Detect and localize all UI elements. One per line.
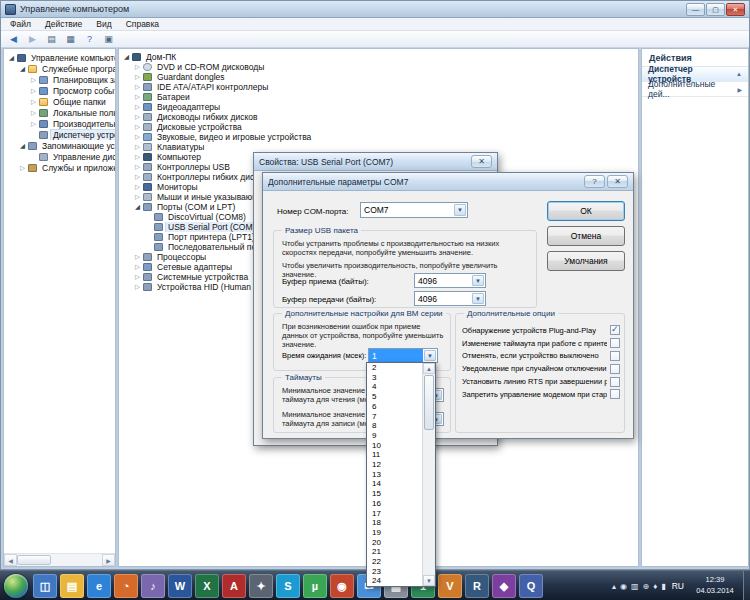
- device-tree-item[interactable]: Guardant dongles: [119, 72, 638, 82]
- taskbar-app-icon[interactable]: ◔: [114, 574, 138, 598]
- actions-more[interactable]: Дополнительные дей... ▶: [642, 82, 748, 97]
- device-tree-item[interactable]: Дом-ПК: [119, 52, 638, 62]
- twisty-icon[interactable]: [133, 173, 142, 181]
- tree-item[interactable]: Общие папки: [4, 96, 115, 107]
- taskbar-app-icon[interactable]: A: [222, 574, 246, 598]
- dropdown-option[interactable]: 17: [368, 509, 421, 519]
- tray-icon[interactable]: ♦: [653, 582, 657, 591]
- close-button[interactable]: ✕: [726, 3, 745, 16]
- tree-item[interactable]: Планировщик заданий: [4, 74, 115, 85]
- twisty-icon[interactable]: [133, 183, 142, 191]
- tree-item[interactable]: Локальные пользователи и группы: [4, 107, 115, 118]
- taskbar-app-icon[interactable]: X: [195, 574, 219, 598]
- latency-combobox[interactable]: 1 ▼: [368, 348, 438, 363]
- taskbar-app-icon[interactable]: ◆: [492, 574, 516, 598]
- twisty-icon[interactable]: [29, 87, 38, 95]
- tree-item[interactable]: Службы и приложения: [4, 162, 115, 173]
- option-row[interactable]: Установить линию RTS при завершении рабо…: [462, 375, 620, 388]
- taskbar-app-icon[interactable]: R: [465, 574, 489, 598]
- tray-icon[interactable]: ▥: [631, 582, 639, 591]
- close-icon[interactable]: ✕: [471, 155, 492, 168]
- dropdown-option[interactable]: 2: [368, 363, 421, 373]
- twisty-icon[interactable]: [29, 109, 38, 117]
- checkbox[interactable]: [610, 389, 620, 399]
- twisty-icon[interactable]: [133, 123, 142, 131]
- scroll-left-icon[interactable]: ◀: [4, 554, 17, 566]
- option-row[interactable]: Обнаружение устройств Plug-and-Play: [462, 324, 620, 337]
- twisty-icon[interactable]: [122, 53, 131, 61]
- tray-icon[interactable]: ⊕: [643, 582, 650, 591]
- maximize-button[interactable]: ▢: [706, 3, 725, 16]
- transmit-buffer-combobox[interactable]: 4096 ▼: [414, 291, 486, 306]
- twisty-icon[interactable]: [29, 98, 38, 106]
- device-tree-item[interactable]: IDE ATA/ATAPI контроллеры: [119, 82, 638, 92]
- menu-item[interactable]: Файл: [3, 18, 38, 30]
- show-tree-icon[interactable]: ▤: [43, 32, 60, 46]
- window-titlebar[interactable]: Управление компьютером — ▢ ✕: [1, 1, 749, 18]
- twisty-icon[interactable]: [133, 253, 142, 261]
- option-row[interactable]: Изменение таймаута при работе с принтеро…: [462, 337, 620, 350]
- horizontal-scrollbar[interactable]: ◀ ▶: [4, 553, 115, 566]
- taskbar-app-icon[interactable]: ♪: [141, 574, 165, 598]
- dropdown-option[interactable]: 16: [368, 499, 421, 509]
- tray-icon[interactable]: ▴: [612, 582, 616, 591]
- twisty-icon[interactable]: [133, 133, 142, 141]
- tray-icon[interactable]: ▮: [661, 582, 665, 591]
- expand-icon[interactable]: ▶: [737, 86, 742, 93]
- dropdown-option[interactable]: 24: [368, 576, 421, 586]
- taskbar-app-icon[interactable]: Q: [519, 574, 543, 598]
- collapse-icon[interactable]: ▲: [736, 71, 742, 77]
- checkbox[interactable]: [610, 351, 620, 361]
- taskbar-app-icon[interactable]: ◫: [33, 574, 57, 598]
- dropdown-scrollbar[interactable]: ▲ ▼: [422, 363, 435, 586]
- twisty-icon[interactable]: [133, 163, 142, 171]
- advanced-dialog-titlebar[interactable]: Дополнительные параметры COM7 ? ✕: [263, 173, 633, 191]
- com-port-combobox[interactable]: COM7 ▼: [360, 202, 468, 218]
- twisty-icon[interactable]: [133, 283, 142, 291]
- checkbox[interactable]: [610, 325, 620, 335]
- dropdown-option[interactable]: 12: [368, 460, 421, 470]
- tree-item[interactable]: Производительность: [4, 118, 115, 129]
- taskbar-app-icon[interactable]: W: [168, 574, 192, 598]
- checkbox[interactable]: [610, 364, 620, 374]
- start-button[interactable]: [4, 574, 28, 598]
- taskbar-app-icon[interactable]: S: [276, 574, 300, 598]
- tray-icon[interactable]: ◉: [620, 582, 627, 591]
- chevron-down-icon[interactable]: ▼: [472, 275, 484, 286]
- twisty-icon[interactable]: [29, 120, 38, 128]
- clock[interactable]: 12:39 04.03.2014: [690, 574, 740, 596]
- twisty-icon[interactable]: [133, 103, 142, 111]
- tree-item[interactable]: Запоминающие устройства: [4, 140, 115, 151]
- taskbar-app-icon[interactable]: ◉: [330, 574, 354, 598]
- properties-dialog-titlebar[interactable]: Свойства: USB Serial Port (COM7) ✕: [254, 153, 497, 171]
- properties-icon[interactable]: ▣: [100, 32, 117, 46]
- export-list-icon[interactable]: ▦: [62, 32, 79, 46]
- device-tree-item[interactable]: Видеоадаптеры: [119, 102, 638, 112]
- forward-icon[interactable]: ▶: [24, 32, 41, 46]
- option-row[interactable]: Уведомление при случайном отключении: [462, 362, 620, 375]
- device-tree-item[interactable]: Дисководы гибких дисков: [119, 112, 638, 122]
- taskbar-app-icon[interactable]: V: [438, 574, 462, 598]
- taskbar-app-icon[interactable]: e: [87, 574, 111, 598]
- dropdown-option[interactable]: 5: [368, 392, 421, 402]
- latency-dropdown[interactable]: 23456789101112131415161718192021222324 ▲…: [366, 362, 436, 587]
- menu-item[interactable]: Справка: [119, 18, 166, 30]
- twisty-icon[interactable]: [133, 263, 142, 271]
- chevron-down-icon[interactable]: ▼: [424, 350, 436, 361]
- device-tree-item[interactable]: Батареи: [119, 92, 638, 102]
- scrollbar-track[interactable]: [51, 554, 102, 566]
- menu-item[interactable]: Вид: [89, 18, 118, 30]
- twisty-icon[interactable]: [133, 273, 142, 281]
- minimize-button[interactable]: —: [686, 3, 705, 16]
- twisty-icon[interactable]: [133, 83, 142, 91]
- option-row[interactable]: Запретить управление модемом при старте: [462, 388, 620, 401]
- twisty-icon[interactable]: [7, 54, 16, 62]
- dropdown-option[interactable]: 19: [368, 528, 421, 538]
- ok-button[interactable]: ОК: [547, 201, 625, 221]
- back-icon[interactable]: ◀: [5, 32, 22, 46]
- device-tree-item[interactable]: Дисковые устройства: [119, 122, 638, 132]
- menu-item[interactable]: Действие: [38, 18, 89, 30]
- dropdown-option[interactable]: 7: [368, 412, 421, 422]
- language-indicator[interactable]: RU: [670, 581, 686, 591]
- taskbar-app-icon[interactable]: µ: [303, 574, 327, 598]
